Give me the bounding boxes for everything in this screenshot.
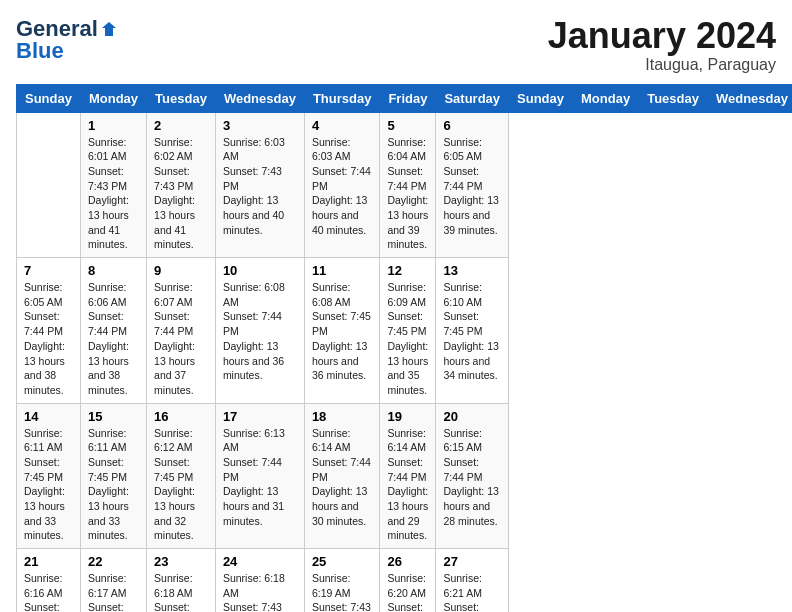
calendar-cell: 18Sunrise: 6:14 AMSunset: 7:44 PMDayligh…	[304, 403, 380, 549]
day-number: 27	[443, 554, 501, 569]
calendar-table: SundayMondayTuesdayWednesdayThursdayFrid…	[16, 84, 792, 612]
day-number: 4	[312, 118, 373, 133]
day-number: 9	[154, 263, 208, 278]
calendar-cell: 9Sunrise: 6:07 AMSunset: 7:44 PMDaylight…	[147, 258, 216, 404]
day-number: 17	[223, 409, 297, 424]
day-number: 13	[443, 263, 501, 278]
calendar-cell: 23Sunrise: 6:18 AMSunset: 7:43 PMDayligh…	[147, 549, 216, 612]
calendar-cell: 22Sunrise: 6:17 AMSunset: 7:44 PMDayligh…	[80, 549, 146, 612]
day-info: Sunrise: 6:21 AMSunset: 7:42 PMDaylight:…	[443, 571, 501, 612]
day-number: 22	[88, 554, 139, 569]
day-info: Sunrise: 6:03 AMSunset: 7:43 PMDaylight:…	[223, 135, 297, 238]
header-saturday: Saturday	[436, 84, 509, 112]
calendar-cell: 7Sunrise: 6:05 AMSunset: 7:44 PMDaylight…	[17, 258, 81, 404]
day-info: Sunrise: 6:11 AMSunset: 7:45 PMDaylight:…	[88, 426, 139, 544]
day-number: 15	[88, 409, 139, 424]
day-number: 18	[312, 409, 373, 424]
day-info: Sunrise: 6:18 AMSunset: 7:43 PMDaylight:…	[154, 571, 208, 612]
calendar-cell: 19Sunrise: 6:14 AMSunset: 7:44 PMDayligh…	[380, 403, 436, 549]
day-number: 7	[24, 263, 73, 278]
calendar-cell: 25Sunrise: 6:19 AMSunset: 7:43 PMDayligh…	[304, 549, 380, 612]
calendar-cell: 14Sunrise: 6:11 AMSunset: 7:45 PMDayligh…	[17, 403, 81, 549]
page-header: General Blue January 2024 Itaugua, Parag…	[16, 16, 776, 74]
calendar-cell	[17, 112, 81, 258]
calendar-cell: 13Sunrise: 6:10 AMSunset: 7:45 PMDayligh…	[436, 258, 509, 404]
day-info: Sunrise: 6:02 AMSunset: 7:43 PMDaylight:…	[154, 135, 208, 253]
location: Itaugua, Paraguay	[548, 56, 776, 74]
logo-blue: Blue	[16, 38, 64, 64]
calendar-cell: 8Sunrise: 6:06 AMSunset: 7:44 PMDaylight…	[80, 258, 146, 404]
calendar-cell: 24Sunrise: 6:18 AMSunset: 7:43 PMDayligh…	[215, 549, 304, 612]
header-wednesday: Wednesday	[707, 84, 792, 112]
svg-marker-0	[102, 22, 116, 36]
day-number: 12	[387, 263, 428, 278]
day-info: Sunrise: 6:16 AMSunset: 7:44 PMDaylight:…	[24, 571, 73, 612]
logo-icon	[100, 20, 118, 38]
day-info: Sunrise: 6:09 AMSunset: 7:45 PMDaylight:…	[387, 280, 428, 398]
day-number: 24	[223, 554, 297, 569]
calendar-week-row: 14Sunrise: 6:11 AMSunset: 7:45 PMDayligh…	[17, 403, 793, 549]
day-number: 21	[24, 554, 73, 569]
calendar-cell: 6Sunrise: 6:05 AMSunset: 7:44 PMDaylight…	[436, 112, 509, 258]
calendar-cell: 20Sunrise: 6:15 AMSunset: 7:44 PMDayligh…	[436, 403, 509, 549]
day-number: 14	[24, 409, 73, 424]
day-number: 20	[443, 409, 501, 424]
calendar-cell: 15Sunrise: 6:11 AMSunset: 7:45 PMDayligh…	[80, 403, 146, 549]
day-number: 23	[154, 554, 208, 569]
calendar-header-row: SundayMondayTuesdayWednesdayThursdayFrid…	[17, 84, 793, 112]
day-info: Sunrise: 6:08 AMSunset: 7:44 PMDaylight:…	[223, 280, 297, 383]
calendar-cell: 16Sunrise: 6:12 AMSunset: 7:45 PMDayligh…	[147, 403, 216, 549]
day-info: Sunrise: 6:13 AMSunset: 7:44 PMDaylight:…	[223, 426, 297, 529]
day-number: 5	[387, 118, 428, 133]
day-info: Sunrise: 6:05 AMSunset: 7:44 PMDaylight:…	[24, 280, 73, 398]
logo: General Blue	[16, 16, 118, 64]
calendar-cell: 4Sunrise: 6:03 AMSunset: 7:44 PMDaylight…	[304, 112, 380, 258]
calendar-cell: 1Sunrise: 6:01 AMSunset: 7:43 PMDaylight…	[80, 112, 146, 258]
day-info: Sunrise: 6:18 AMSunset: 7:43 PMDaylight:…	[223, 571, 297, 612]
day-number: 25	[312, 554, 373, 569]
day-number: 16	[154, 409, 208, 424]
calendar-cell: 21Sunrise: 6:16 AMSunset: 7:44 PMDayligh…	[17, 549, 81, 612]
header-tuesday: Tuesday	[639, 84, 708, 112]
calendar-cell: 27Sunrise: 6:21 AMSunset: 7:42 PMDayligh…	[436, 549, 509, 612]
header-friday: Friday	[380, 84, 436, 112]
day-number: 3	[223, 118, 297, 133]
calendar-cell: 11Sunrise: 6:08 AMSunset: 7:45 PMDayligh…	[304, 258, 380, 404]
day-info: Sunrise: 6:01 AMSunset: 7:43 PMDaylight:…	[88, 135, 139, 253]
calendar-cell: 3Sunrise: 6:03 AMSunset: 7:43 PMDaylight…	[215, 112, 304, 258]
day-info: Sunrise: 6:15 AMSunset: 7:44 PMDaylight:…	[443, 426, 501, 529]
day-info: Sunrise: 6:04 AMSunset: 7:44 PMDaylight:…	[387, 135, 428, 253]
title-block: January 2024 Itaugua, Paraguay	[548, 16, 776, 74]
day-info: Sunrise: 6:17 AMSunset: 7:44 PMDaylight:…	[88, 571, 139, 612]
day-info: Sunrise: 6:12 AMSunset: 7:45 PMDaylight:…	[154, 426, 208, 544]
header-sunday: Sunday	[17, 84, 81, 112]
day-info: Sunrise: 6:19 AMSunset: 7:43 PMDaylight:…	[312, 571, 373, 612]
day-info: Sunrise: 6:06 AMSunset: 7:44 PMDaylight:…	[88, 280, 139, 398]
calendar-week-row: 7Sunrise: 6:05 AMSunset: 7:44 PMDaylight…	[17, 258, 793, 404]
header-sunday: Sunday	[509, 84, 573, 112]
day-info: Sunrise: 6:10 AMSunset: 7:45 PMDaylight:…	[443, 280, 501, 383]
calendar-cell: 10Sunrise: 6:08 AMSunset: 7:44 PMDayligh…	[215, 258, 304, 404]
day-info: Sunrise: 6:20 AMSunset: 7:43 PMDaylight:…	[387, 571, 428, 612]
day-info: Sunrise: 6:05 AMSunset: 7:44 PMDaylight:…	[443, 135, 501, 238]
header-thursday: Thursday	[304, 84, 380, 112]
day-number: 2	[154, 118, 208, 133]
header-tuesday: Tuesday	[147, 84, 216, 112]
day-number: 10	[223, 263, 297, 278]
calendar-cell: 2Sunrise: 6:02 AMSunset: 7:43 PMDaylight…	[147, 112, 216, 258]
day-number: 11	[312, 263, 373, 278]
day-number: 6	[443, 118, 501, 133]
day-number: 19	[387, 409, 428, 424]
day-info: Sunrise: 6:08 AMSunset: 7:45 PMDaylight:…	[312, 280, 373, 383]
day-info: Sunrise: 6:14 AMSunset: 7:44 PMDaylight:…	[312, 426, 373, 529]
day-info: Sunrise: 6:03 AMSunset: 7:44 PMDaylight:…	[312, 135, 373, 238]
calendar-cell: 12Sunrise: 6:09 AMSunset: 7:45 PMDayligh…	[380, 258, 436, 404]
day-number: 8	[88, 263, 139, 278]
calendar-cell: 5Sunrise: 6:04 AMSunset: 7:44 PMDaylight…	[380, 112, 436, 258]
header-monday: Monday	[80, 84, 146, 112]
calendar-cell: 26Sunrise: 6:20 AMSunset: 7:43 PMDayligh…	[380, 549, 436, 612]
header-monday: Monday	[573, 84, 639, 112]
month-title: January 2024	[548, 16, 776, 56]
calendar-cell: 17Sunrise: 6:13 AMSunset: 7:44 PMDayligh…	[215, 403, 304, 549]
day-number: 1	[88, 118, 139, 133]
